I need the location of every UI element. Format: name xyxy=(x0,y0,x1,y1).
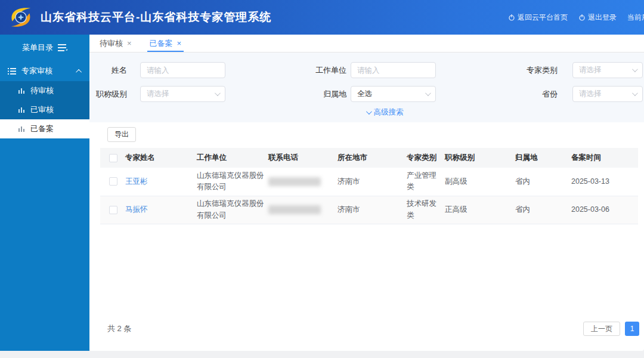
table-section: 导出 专家姓名 工作单位 联系电话 所在地市 专家类别 职称级别 归属地 备案时… xyxy=(89,122,644,351)
menu-directory-header: 菜单目录 xyxy=(0,35,89,61)
power-icon xyxy=(508,14,515,21)
city-cell: 济南市 xyxy=(338,168,407,196)
title-level-field-label: 职称级别 xyxy=(89,86,127,102)
main-content: 待审核 × 已备案 × 姓名 工作单位 专家类别 请选择 职称级别 请选择 归属… xyxy=(89,35,644,351)
row-checkbox[interactable] xyxy=(109,206,117,214)
group-label: 专家审核 xyxy=(21,66,52,76)
region-select[interactable]: 全选 xyxy=(351,86,436,102)
tab-recorded[interactable]: 已备案 × xyxy=(148,35,183,52)
table-header-row: 专家姓名 工作单位 联系电话 所在地市 专家类别 职称级别 归属地 备案时间 xyxy=(100,148,638,168)
list-icon xyxy=(8,68,16,75)
close-icon[interactable]: × xyxy=(177,39,182,47)
sidebar-item-reviewed[interactable]: 已审核 xyxy=(0,100,89,119)
province-select[interactable]: 请选择 xyxy=(572,86,643,102)
title-level-select[interactable]: 请选择 xyxy=(140,86,225,102)
table-row: 马振怀 山东德瑞克仪器股份有限公司 济南市 技术研发类 正高级 省内 2025-… xyxy=(100,196,638,224)
col-title-level: 职称级别 xyxy=(445,148,515,168)
phone-cell xyxy=(268,196,338,224)
col-expert-name: 专家姓名 xyxy=(125,148,197,168)
current-user-label: 当前用户：山东 xyxy=(627,13,644,23)
platform-logo-icon xyxy=(7,4,35,31)
name-input-field[interactable] xyxy=(147,66,219,75)
work-unit-cell: 山东德瑞克仪器股份有限公司 xyxy=(197,168,268,196)
sidebar: 菜单目录 专家审核 待审核 已审核 xyxy=(0,35,89,351)
chevron-up-icon xyxy=(76,69,82,75)
bar-chart-icon xyxy=(18,106,25,113)
province-field-label: 省份 xyxy=(507,86,558,102)
chevron-down-icon xyxy=(632,90,638,96)
app-root: { "colors": { "accent": "#3e8ef7", "head… xyxy=(0,0,644,358)
page-number-button[interactable]: 1 xyxy=(625,322,639,336)
chevron-down-icon xyxy=(425,90,431,96)
redacted-phone xyxy=(268,205,321,214)
return-home-link[interactable]: 返回云平台首页 xyxy=(508,13,568,23)
chevron-down-icon xyxy=(215,90,221,96)
chevron-down-icon xyxy=(632,66,638,72)
phone-cell xyxy=(268,168,338,196)
title-level-cell: 正高级 xyxy=(445,196,515,224)
col-region: 归属地 xyxy=(515,148,571,168)
pagination: 上一页 1 xyxy=(583,322,639,336)
search-panel: 姓名 工作单位 专家类别 请选择 职称级别 请选择 归属地 全选 省份 请选择 xyxy=(89,53,644,122)
app-header: 山东省科技云平台-山东省科技专家管理系统 返回云平台首页 退出登录 当前用户：山… xyxy=(0,0,644,35)
redacted-phone xyxy=(268,177,321,186)
category-field-label: 专家类别 xyxy=(507,62,558,78)
prev-page-button[interactable]: 上一页 xyxy=(583,322,620,336)
table-row: 王亚彬 山东德瑞克仪器股份有限公司 济南市 产业管理类 副高级 省内 2025-… xyxy=(100,168,638,196)
advanced-search-row: 高级搜索 xyxy=(89,107,644,118)
col-phone: 联系电话 xyxy=(268,148,338,168)
advanced-search-link[interactable]: 高级搜索 xyxy=(366,107,404,118)
expert-name-link[interactable]: 马振怀 xyxy=(125,205,148,214)
bar-chart-icon xyxy=(18,87,25,94)
select-all-checkbox[interactable] xyxy=(109,154,117,162)
close-icon[interactable]: × xyxy=(127,39,132,47)
export-button[interactable]: 导出 xyxy=(107,127,136,142)
experts-table: 专家姓名 工作单位 联系电话 所在地市 专家类别 职称级别 归属地 备案时间 王… xyxy=(100,148,638,224)
col-category: 专家类别 xyxy=(407,148,445,168)
hamburger-icon[interactable] xyxy=(58,44,67,51)
col-record-date: 备案时间 xyxy=(571,148,638,168)
power-icon xyxy=(578,14,586,21)
tabbar: 待审核 × 已备案 × xyxy=(89,35,644,53)
total-count-label: 共 2 条 xyxy=(107,323,131,334)
region-cell: 省内 xyxy=(515,168,571,196)
col-work-unit: 工作单位 xyxy=(197,148,268,168)
region-field-label: 归属地 xyxy=(292,86,346,102)
app-title: 山东省科技云平台-山东省科技专家管理系统 xyxy=(41,10,271,25)
expert-name-link[interactable]: 王亚彬 xyxy=(125,177,148,186)
bar-chart-icon xyxy=(18,125,25,132)
chevron-down-icon xyxy=(366,109,371,115)
title-level-cell: 副高级 xyxy=(445,168,515,196)
sidebar-item-recorded[interactable]: 已备案 xyxy=(0,119,89,138)
city-cell: 济南市 xyxy=(338,196,407,224)
category-cell: 技术研发类 xyxy=(407,196,445,224)
col-city: 所在地市 xyxy=(338,148,407,168)
company-input[interactable] xyxy=(351,62,436,78)
category-select[interactable]: 请选择 xyxy=(572,62,643,78)
table-footer: 共 2 条 上一页 1 xyxy=(107,321,639,337)
header-right: 返回云平台首页 退出登录 当前用户：山东 xyxy=(508,0,644,35)
tab-pending-review[interactable]: 待审核 × xyxy=(98,35,133,52)
sidebar-item-pending-review[interactable]: 待审核 xyxy=(0,81,89,100)
name-field-label: 姓名 xyxy=(89,62,127,78)
menu-title-label: 菜单目录 xyxy=(22,42,53,53)
region-cell: 省内 xyxy=(515,196,571,224)
record-date-cell: 2025-03-06 xyxy=(571,196,638,224)
category-cell: 产业管理类 xyxy=(407,168,445,196)
company-input-field[interactable] xyxy=(357,66,429,75)
name-input[interactable] xyxy=(140,62,225,78)
sidebar-group-expert-review[interactable]: 专家审核 xyxy=(0,61,89,81)
company-field-label: 工作单位 xyxy=(292,62,346,78)
work-unit-cell: 山东德瑞克仪器股份有限公司 xyxy=(197,196,268,224)
submenu: 待审核 已审核 已备案 xyxy=(0,81,89,138)
row-checkbox[interactable] xyxy=(109,177,117,186)
logout-link[interactable]: 退出登录 xyxy=(578,13,617,23)
record-date-cell: 2025-03-13 xyxy=(571,168,638,196)
